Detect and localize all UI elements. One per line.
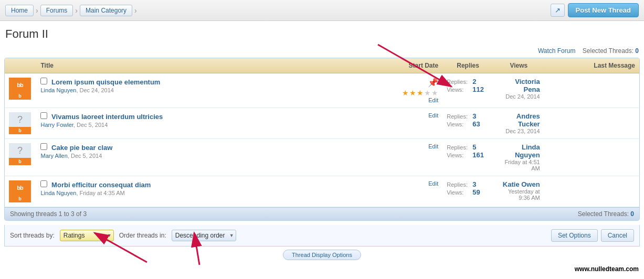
breadcrumb-sep-2: › — [75, 6, 78, 15]
order-select[interactable]: Descending orderAscending order — [172, 230, 236, 241]
breadcrumb-bar: Home › Forums › Main Category › ↗ Post N… — [0, 0, 644, 21]
star-filled: ★ — [417, 89, 424, 97]
order-select-wrapper: Descending orderAscending order — [172, 230, 236, 241]
thread-author-link[interactable]: Linda Nguyen — [40, 190, 76, 196]
post-new-thread-button[interactable]: Post New Thread — [568, 3, 639, 17]
startdate-cell: 📌 ★★★★★ Edit — [385, 73, 442, 108]
replies-label: Replies: — [447, 79, 470, 85]
thread-author-link[interactable]: Mary Allen — [40, 153, 67, 159]
lastmsg-cell: Katie Owen Yesterday at 9:36 AM — [493, 176, 544, 207]
views-label: Views: — [447, 121, 470, 127]
lastmsg-cell: Victoria Pena Dec 24, 2014 — [493, 73, 544, 108]
views-label: Views: — [447, 152, 470, 158]
replies-value: 3 — [472, 112, 476, 120]
edit-link[interactable]: Edit — [389, 143, 438, 149]
thread-meta: Linda Nguyen, Dec 24, 2014 — [40, 87, 381, 93]
star-filled: ★ — [402, 89, 409, 97]
col-views-header: Views — [493, 58, 544, 73]
thread-title-link[interactable]: Vivamus laoreet interdum ultricies — [51, 113, 163, 121]
avatar: ? b — [9, 112, 31, 134]
views-value: 161 — [472, 151, 484, 159]
lastmsg-cell: Linda Nguyen Friday at 4:51 AM — [493, 139, 544, 176]
thread-meta: Linda Nguyen, Friday at 4:35 AM — [40, 190, 381, 196]
watch-forum-link[interactable]: Watch Forum — [538, 47, 576, 55]
lastmsg-cell: Andres Tucker Dec 23, 2014 — [493, 108, 544, 139]
replies-cell: Replies: 3 Views: 59 — [442, 176, 493, 207]
table-row: bb b Lorem ipsum quisque elementum Linda… — [5, 73, 639, 108]
last-author[interactable]: Linda Nguyen — [498, 143, 540, 159]
breadcrumb-sep-3: › — [134, 6, 137, 15]
avatar-cell: ? b — [5, 108, 36, 139]
thread-checkbox[interactable] — [40, 78, 47, 84]
startdate-cell: Edit — [385, 139, 442, 176]
title-cell: Vivamus laoreet interdum ultricies Harry… — [36, 108, 385, 139]
replies-cell: Replies: 2 Views: 112 — [442, 73, 493, 108]
views-value: 59 — [472, 188, 480, 196]
edit-link[interactable]: Edit — [389, 97, 438, 103]
sort-select-wrapper: RatingsTitleStart DateRepliesViewsLast M… — [60, 230, 114, 241]
views-label: Views: — [447, 189, 470, 196]
last-date: Yesterday at 9:36 AM — [498, 188, 540, 201]
sort-buttons: Set Options Cancel — [551, 229, 634, 242]
thread-author-link[interactable]: Linda Nguyen — [40, 87, 76, 93]
replies-label: Replies: — [447, 144, 470, 151]
thread-checkbox[interactable] — [40, 143, 47, 150]
avatar-cell: bb b — [5, 176, 36, 207]
title-cell: Morbi efficitur consequat diam Linda Ngu… — [36, 176, 385, 207]
forum-container: Title Start Date Replies Views Last Mess… — [4, 58, 640, 221]
breadcrumb-forums[interactable]: Forums — [40, 5, 73, 16]
views-label: Views: — [447, 87, 470, 93]
col-icon-header — [5, 58, 36, 73]
edit-link[interactable]: Edit — [389, 180, 438, 187]
thread-title-link[interactable]: Lorem ipsum quisque elementum — [51, 78, 160, 86]
table-header-row: Title Start Date Replies Views Last Mess… — [5, 58, 639, 73]
star-filled: ★ — [409, 89, 416, 97]
replies-cell: Replies: 3 Views: 63 — [442, 108, 493, 139]
thread-checkbox[interactable] — [40, 112, 47, 119]
startdate-cell: Edit — [385, 176, 442, 207]
thread-display-options: Thread Display Options — [0, 246, 644, 263]
avatar: ? b — [9, 143, 31, 165]
thread-table: Title Start Date Replies Views Last Mess… — [5, 58, 639, 207]
last-date: Friday at 4:51 AM — [498, 159, 540, 171]
sort-bar: Sort threads by: RatingsTitleStart DateR… — [4, 225, 640, 246]
table-row: ? b Vivamus laoreet interdum ultricies H… — [5, 108, 639, 139]
last-date: Dec 24, 2014 — [498, 93, 540, 100]
star-rating: ★★★★★ — [389, 89, 438, 97]
set-options-button[interactable]: Set Options — [551, 229, 598, 242]
col-startdate-header: Start Date — [385, 58, 442, 73]
table-row: bb b Morbi efficitur consequat diam Lind… — [5, 176, 639, 207]
replies-label: Replies: — [447, 181, 470, 188]
startdate-cell: Edit — [385, 108, 442, 139]
last-author[interactable]: Katie Owen — [498, 180, 540, 188]
page-title-area: Forum II — [0, 21, 644, 45]
breadcrumb-home[interactable]: Home — [5, 5, 34, 16]
replies-value: 2 — [472, 78, 476, 85]
last-date: Dec 23, 2014 — [498, 128, 540, 134]
breadcrumb-right: ↗ Post New Thread — [551, 3, 639, 17]
watch-bar: Watch Forum Selected Threads: 0 — [0, 45, 644, 58]
last-author[interactable]: Victoria Pena — [498, 78, 540, 93]
star-empty: ★ — [424, 89, 431, 97]
thread-display-button[interactable]: Thread Display Options — [283, 250, 361, 260]
thread-author-link[interactable]: Harry Fowler — [40, 122, 73, 128]
external-link-button[interactable]: ↗ — [551, 4, 565, 17]
star-empty: ★ — [431, 89, 438, 97]
views-value: 112 — [472, 85, 484, 93]
thread-title-link[interactable]: Cake pie bear claw — [51, 144, 112, 152]
edit-link[interactable]: Edit — [389, 112, 438, 119]
thread-title-link[interactable]: Morbi efficitur consequat diam — [51, 181, 151, 189]
watermark: www.nulledteam.com — [0, 263, 644, 275]
footer-selected: Selected Threads: 0 — [578, 210, 634, 218]
thread-checkbox[interactable] — [40, 180, 47, 187]
col-lastmsg-header: Last Message — [544, 58, 639, 73]
last-author[interactable]: Andres Tucker — [498, 112, 540, 128]
pin-icon: 📌 — [428, 78, 438, 87]
sort-select[interactable]: RatingsTitleStart DateRepliesViewsLast M… — [60, 230, 114, 241]
order-label: Order threads in: — [119, 232, 166, 239]
table-footer: Showing threads 1 to 3 of 3 Selected Thr… — [5, 207, 639, 220]
cancel-button[interactable]: Cancel — [601, 229, 634, 242]
breadcrumb-main-category[interactable]: Main Category — [80, 5, 132, 16]
breadcrumb-sep-1: › — [36, 6, 38, 15]
avatar: bb b — [9, 78, 31, 100]
